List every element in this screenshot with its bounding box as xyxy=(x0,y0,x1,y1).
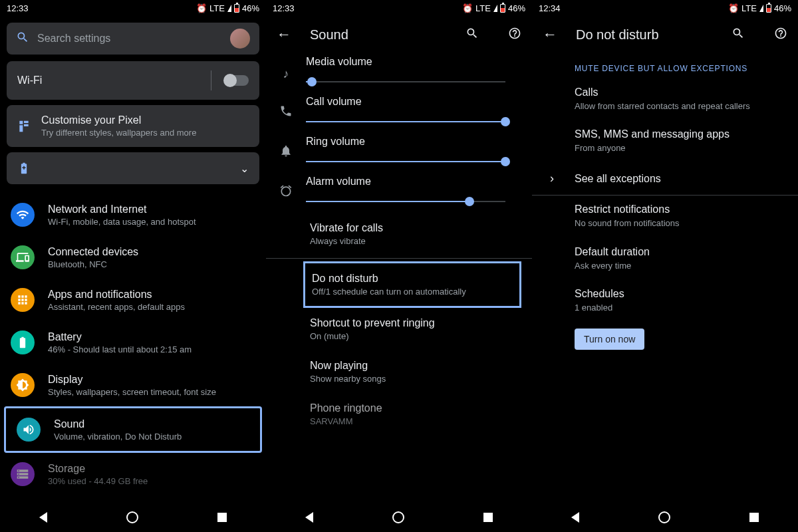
sound-icon xyxy=(17,418,41,442)
customise-pixel-card[interactable]: Customise your Pixel Try different style… xyxy=(7,105,259,147)
row-title: Calls xyxy=(575,86,785,98)
dnd-row[interactable]: Do not disturb Off/1 schedule can turn o… xyxy=(305,263,519,306)
clock: 12:33 xyxy=(273,3,295,13)
separator xyxy=(211,70,211,90)
page-title: Sound xyxy=(310,27,436,43)
row-title: Apps and notifications xyxy=(48,289,185,301)
nav-recent[interactable] xyxy=(483,513,493,522)
alarm-icon: ⏰ xyxy=(728,3,739,13)
nav-home[interactable] xyxy=(658,511,670,523)
chevron-down-icon: ⌄ xyxy=(240,162,249,175)
row-sub: Wi-Fi, mobile, data usage, and hotspot xyxy=(48,217,196,227)
dnd-settings-screen: 12:34 ⏰ LTE 46% ← Do not disturb MUTE DE… xyxy=(532,0,798,532)
vibrate-calls-row[interactable]: Vibrate for calls Always vibrate xyxy=(266,213,532,255)
sms-row[interactable]: SMS, MMS and messaging apps From anyone xyxy=(532,120,798,162)
wifi-quick-card[interactable]: Wi-Fi xyxy=(7,61,259,100)
row-sub: On (mute) xyxy=(310,331,519,341)
battery-expand-card[interactable]: ⌄ xyxy=(7,152,259,184)
search-icon[interactable] xyxy=(732,27,745,43)
nav-back[interactable] xyxy=(39,512,47,523)
divider xyxy=(266,258,532,259)
slider-label: Alarm volume xyxy=(306,176,519,188)
page-title: Do not disturb xyxy=(576,27,702,43)
signal-icon xyxy=(759,5,763,12)
row-battery[interactable]: Battery46% - Should last until about 2:1… xyxy=(0,321,266,364)
profile-avatar[interactable] xyxy=(230,29,250,49)
signal-icon xyxy=(493,5,497,12)
now-playing-row[interactable]: Now playing Show nearby songs xyxy=(266,350,532,393)
slider-label: Ring volume xyxy=(306,136,519,148)
call-volume-slider[interactable] xyxy=(306,121,505,122)
help-icon[interactable] xyxy=(774,27,787,43)
nav-home[interactable] xyxy=(392,511,404,523)
battery-pct: 46% xyxy=(508,3,525,13)
row-title: Schedules xyxy=(575,288,785,300)
battery-icon xyxy=(766,4,771,13)
row-sub: No sound from notifications xyxy=(575,217,785,229)
row-display[interactable]: DisplayStyles, wallpapers, screen timeou… xyxy=(0,364,266,406)
music-note-icon: ♪ xyxy=(279,67,293,82)
chevron-right-icon: › xyxy=(545,172,559,186)
network-label: LTE xyxy=(209,3,225,13)
search-icon[interactable] xyxy=(466,27,479,43)
row-sub: Volume, vibration, Do Not Disturb xyxy=(54,432,182,442)
restrict-notifications-row[interactable]: Restrict notifications No sound from not… xyxy=(532,196,798,237)
android-nav-bar xyxy=(266,503,532,532)
see-all-exceptions-row[interactable]: › See all exceptions xyxy=(532,162,798,195)
row-sub: 30% used - 44.49 GB free xyxy=(48,476,148,486)
row-sub: Bluetooth, NFC xyxy=(48,259,138,269)
help-icon[interactable] xyxy=(508,27,521,43)
row-sub: Styles, wallpapers, screen timeout, font… xyxy=(48,387,216,397)
back-button[interactable]: ← xyxy=(277,26,291,43)
ring-volume-slider[interactable] xyxy=(306,161,505,162)
nav-recent[interactable] xyxy=(217,513,227,522)
media-volume-slider[interactable] xyxy=(306,81,505,82)
row-sub: Assistant, recent apps, default apps xyxy=(48,302,185,312)
search-icon xyxy=(16,31,29,47)
row-sub: Always vibrate xyxy=(310,236,519,246)
battery-pct: 46% xyxy=(774,3,791,13)
back-button[interactable]: ← xyxy=(543,26,557,43)
status-bar: 12:34 ⏰ LTE 46% xyxy=(532,0,798,16)
row-apps[interactable]: Apps and notificationsAssistant, recent … xyxy=(0,279,266,321)
battery-pct: 46% xyxy=(242,3,259,13)
schedules-row[interactable]: Schedules 1 enabled xyxy=(532,280,798,322)
android-nav-bar xyxy=(532,503,798,532)
phone-ringtone-row[interactable]: Phone ringtone SARVAMM xyxy=(266,393,532,436)
row-network[interactable]: Network and InternetWi-Fi, mobile, data … xyxy=(0,194,266,236)
row-title: Battery xyxy=(48,331,192,343)
row-sub: SARVAMM xyxy=(310,416,519,426)
row-title: Connected devices xyxy=(48,246,138,258)
android-nav-bar xyxy=(0,503,266,532)
signal-icon xyxy=(227,5,231,12)
alarm-volume-row: Alarm volume xyxy=(266,173,532,213)
row-title: Restrict notifications xyxy=(575,203,785,215)
turn-on-now-button[interactable]: Turn on now xyxy=(575,329,644,350)
nav-recent[interactable] xyxy=(749,513,759,522)
search-settings[interactable]: Search settings xyxy=(7,23,259,55)
app-bar: ← Do not disturb xyxy=(532,16,798,53)
row-connected[interactable]: Connected devicesBluetooth, NFC xyxy=(0,236,266,279)
row-sound[interactable]: SoundVolume, vibration, Do Not Disturb xyxy=(6,408,260,451)
nav-home[interactable] xyxy=(126,511,138,523)
battery-icon xyxy=(500,4,505,13)
shortcut-ringing-row[interactable]: Shortcut to prevent ringing On (mute) xyxy=(266,308,532,350)
alarm-volume-slider[interactable] xyxy=(306,201,505,202)
nav-back[interactable] xyxy=(571,512,579,523)
wifi-toggle[interactable] xyxy=(225,75,249,86)
nav-back[interactable] xyxy=(305,512,313,523)
calls-row[interactable]: Calls Allow from starred contacts and re… xyxy=(532,78,798,120)
wifi-label: Wi-Fi xyxy=(17,74,42,86)
slider-label: Media volume xyxy=(306,56,519,68)
row-title: Phone ringtone xyxy=(310,402,519,414)
row-title: Sound xyxy=(54,418,182,430)
status-bar: 12:33 ⏰ LTE 46% xyxy=(266,0,532,16)
default-duration-row[interactable]: Default duration Ask every time xyxy=(532,238,798,280)
row-storage[interactable]: Storage30% used - 44.49 GB free xyxy=(0,453,266,495)
sound-settings-screen: 12:33 ⏰ LTE 46% ← Sound ♪ Media volume C… xyxy=(266,0,532,532)
apps-icon xyxy=(11,288,35,312)
alarm-clock-icon xyxy=(279,184,293,202)
styles-icon xyxy=(17,120,31,133)
phone-icon xyxy=(279,104,293,122)
battery-icon xyxy=(234,4,239,13)
